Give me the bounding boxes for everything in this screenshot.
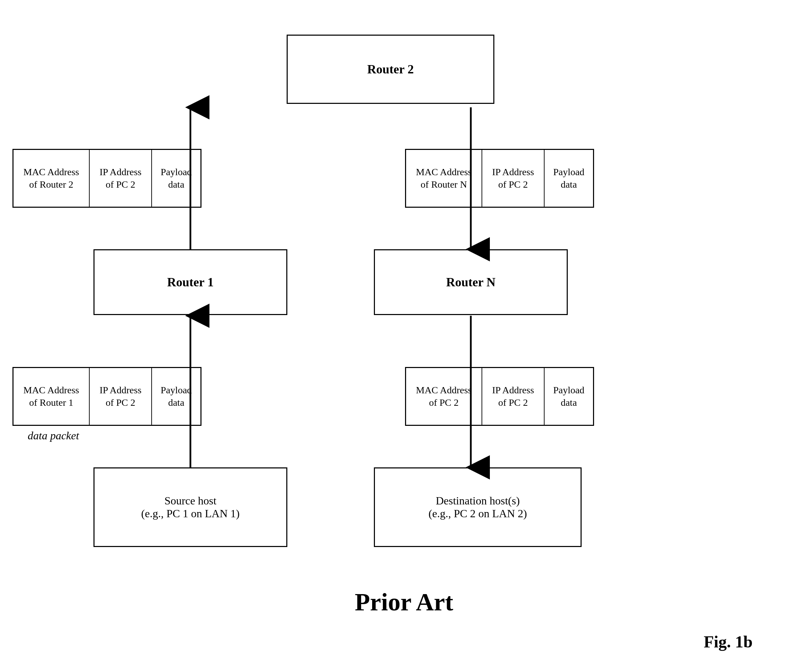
dest-host-box: Destination host(s) (e.g., PC 2 on LAN 2… [374,467,582,547]
source-host-label: Source host (e.g., PC 1 on LAN 1) [141,495,240,520]
fig-label: Fig. 1b [704,632,753,651]
packet-tl-cell3: Payloaddata [152,150,200,207]
source-host-box: Source host (e.g., PC 1 on LAN 1) [93,467,287,547]
packet-top-right: MAC Addressof Router N IP Addressof PC 2… [405,149,594,208]
dest-host-label: Destination host(s) (e.g., PC 2 on LAN 2… [429,495,527,520]
packet-top-left: MAC Addressof Router 2 IP Addressof PC 2… [12,149,202,208]
packet-tr-cell3: Payloaddata [544,150,593,207]
packet-tr-cell2: IP Addressof PC 2 [482,150,544,207]
data-packet-label: data packet [28,429,79,442]
routerN-label: Router N [446,275,496,289]
packet-mr-cell1: MAC Addressof PC 2 [406,368,482,425]
diagram: Router 2 Router 1 Router N Source host (… [0,14,808,602]
router1-box: Router 1 [93,249,287,315]
packet-ml-cell3: Payloaddata [152,368,200,425]
router1-label: Router 1 [167,275,214,289]
packet-tr-cell1: MAC Addressof Router N [406,150,482,207]
packet-ml-cell1: MAC Addressof Router 1 [13,368,90,425]
packet-mr-cell3: Payloaddata [544,368,593,425]
packet-mid-left: MAC Addressof Router 1 IP Addressof PC 2… [12,367,202,426]
packet-tl-cell1: MAC Addressof Router 2 [13,150,90,207]
router2-box: Router 2 [287,35,494,104]
router2-label: Router 2 [367,62,414,77]
packet-ml-cell2: IP Addressof PC 2 [90,368,152,425]
packet-mr-cell2: IP Addressof PC 2 [482,368,544,425]
packet-tl-cell2: IP Addressof PC 2 [90,150,152,207]
routerN-box: Router N [374,249,568,315]
packet-mid-right: MAC Addressof PC 2 IP Addressof PC 2 Pay… [405,367,594,426]
prior-art-label: Prior Art [0,588,808,617]
